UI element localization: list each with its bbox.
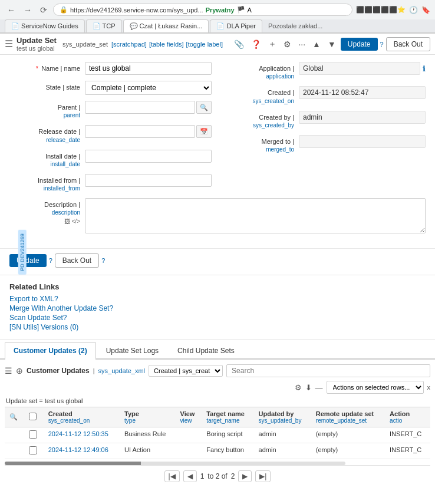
table-container: ☰ ⊕ Customer Updates | sys_update_xml Cr… (0, 360, 435, 492)
created-by-label: Created by | sys_created_by (223, 111, 294, 129)
installed-from-input[interactable] (85, 174, 212, 187)
update-button-bottom[interactable]: Update (9, 254, 47, 267)
form-two-col: * Name | name State | state Complete | c… (9, 62, 426, 198)
tab-dla-piper[interactable]: 📄 DLA Piper (210, 19, 262, 32)
settings-icon[interactable]: ⚙ (295, 383, 302, 392)
breadcrumb-scratchpad[interactable]: [scratchpad] (111, 41, 147, 48)
translate-icon: A (248, 6, 252, 14)
export-xml-link[interactable]: Export to XML? (9, 295, 426, 303)
bookmark-icon: 🔖 (421, 6, 430, 14)
search-input[interactable] (226, 364, 430, 377)
page-current: 1 (200, 472, 205, 480)
download-icon[interactable]: ⬇ (305, 383, 312, 392)
back-out-button-bottom[interactable]: Back Out (55, 253, 99, 268)
row2-view (176, 443, 202, 459)
col-target-name: Target name target_name (202, 407, 253, 427)
reload-button[interactable]: ⟳ (38, 4, 50, 16)
col-created: Created sys_created_on (44, 407, 120, 427)
last-page-button[interactable]: ▶| (255, 470, 271, 482)
more-icon[interactable]: ··· (296, 38, 308, 50)
activity-icon[interactable]: ⚙ (281, 38, 294, 50)
next-page-button[interactable]: ▶ (238, 470, 252, 482)
tab-servicenow-guides[interactable]: 📄 ServiceNow Guides (5, 19, 85, 32)
row2-select-checkbox[interactable] (29, 446, 37, 454)
description-textarea[interactable] (85, 198, 426, 233)
minus-icon[interactable]: — (315, 383, 323, 392)
release-date-calendar-btn[interactable]: 📅 (196, 125, 212, 138)
state-select[interactable]: Complete | complete (85, 81, 212, 95)
tab-customer-updates[interactable]: Customer Updates (2) (5, 342, 96, 360)
row2-created-link[interactable]: 2024-11-12 12:49:06 (48, 446, 108, 453)
parent-row: Parent | parent 🔍 (9, 101, 212, 119)
side-label: PD DEV241269 (18, 230, 27, 275)
tab-czat[interactable]: 💬 Czat | Łukasz Rasin... (123, 19, 209, 32)
breadcrumb-table-fields[interactable]: [table fields] (149, 41, 184, 48)
parent-input[interactable] (85, 101, 195, 114)
prev-page-button[interactable]: ◀ (183, 470, 197, 482)
merged-to-row: Merged to | merged_to (223, 135, 426, 153)
list-icon[interactable]: ☰ (5, 366, 12, 375)
help-link-backout[interactable]: ? (101, 257, 105, 264)
tab-tcp[interactable]: 📄 TCP (86, 19, 122, 32)
update-button-top[interactable]: Update (341, 38, 378, 51)
breadcrumb-toggle-label[interactable]: [toggle label] (186, 41, 223, 48)
page-title-block: Update Set test us global (17, 36, 57, 52)
table-title: Customer Updates (27, 367, 90, 375)
row2-expand (5, 443, 24, 459)
application-field-link[interactable]: application (266, 73, 294, 80)
created-row: Created | sys_created_on 2024-11-12 08:5… (223, 86, 426, 104)
back-out-button-top[interactable]: Back Out (386, 37, 430, 51)
tab-more[interactable]: Pozostałe zakład... (263, 20, 327, 32)
actions-dropdown[interactable]: Actions on selected rows... (327, 381, 424, 394)
install-date-input[interactable] (85, 150, 212, 163)
first-page-button[interactable]: |◀ (164, 470, 180, 482)
form-left: * Name | name State | state Complete | c… (9, 62, 212, 198)
sn-utils-versions-link[interactable]: [SN Utils] Versions (0) (9, 323, 426, 331)
name-row: * Name | name (9, 62, 212, 75)
name-input-container (85, 62, 212, 75)
up-icon[interactable]: ▲ (310, 38, 323, 50)
help-icon[interactable]: ❓ (249, 38, 263, 50)
related-links-title: Related Links (9, 282, 426, 291)
actions-close-icon[interactable]: x (427, 384, 431, 391)
release-date-input[interactable] (85, 125, 195, 138)
down-icon[interactable]: ▼ (325, 38, 338, 50)
forward-button[interactable]: → (21, 4, 34, 16)
plus-icon[interactable]: ＋ (266, 38, 279, 51)
clock-icon: 🕐 (409, 6, 418, 14)
state-label: State | state (9, 81, 80, 91)
row1-select-checkbox[interactable] (29, 430, 37, 439)
merged-to-field-link[interactable]: merged_to (266, 146, 294, 153)
install-date-label: Install date | install_date (9, 150, 80, 168)
row2-action: INSERT_C (385, 443, 430, 459)
divider-1 (0, 275, 435, 275)
scan-update-set-link[interactable]: Scan Update Set? (9, 314, 426, 322)
row2-updated-by: admin (254, 443, 311, 459)
installed-from-input-container (85, 174, 212, 187)
help-link-update[interactable]: ? (49, 257, 52, 264)
address-bar[interactable]: 🔒 https://dev241269.service-now.com/sys_… (53, 4, 352, 16)
update-set-label: Update set = test us global (5, 397, 430, 404)
table-header-row: 🔍 Created sys_created_on Type type View … (5, 407, 430, 427)
page-total: 2 (231, 472, 235, 480)
filter-dropdown[interactable]: Created | sys_creat (149, 365, 223, 377)
table-toolbar: ☰ ⊕ Customer Updates | sys_update_xml Cr… (5, 364, 430, 377)
help-question-top[interactable]: ? (380, 41, 384, 48)
row1-created-link[interactable]: 2024-11-12 12:50:35 (48, 430, 108, 437)
pagination: |◀ ◀ 1 to 2 of 2 ▶ ▶| (5, 465, 430, 487)
state-select-container: Complete | complete (85, 81, 212, 95)
parent-search-btn[interactable]: 🔍 (196, 101, 212, 114)
tab-child-update-sets[interactable]: Child Update Sets (169, 342, 243, 358)
hamburger-button[interactable]: ☰ (5, 38, 13, 50)
select-all-checkbox[interactable] (29, 413, 37, 420)
merged-to-label: Merged to | merged_to (223, 135, 294, 153)
merge-update-set-link[interactable]: Merge With Another Update Set? (9, 304, 426, 312)
name-input[interactable] (85, 62, 212, 75)
browser-nav: ← → ⟳ 🔒 https://dev241269.service-now.co… (0, 0, 435, 19)
filter-icon[interactable]: ⊕ (16, 366, 23, 375)
info-icon[interactable]: ℹ (423, 64, 426, 73)
table-search-icon[interactable]: 🔍 (9, 413, 18, 420)
paperclip-icon[interactable]: 📎 (232, 38, 246, 50)
tab-update-set-logs[interactable]: Update Set Logs (97, 342, 167, 358)
back-button[interactable]: ← (5, 4, 18, 16)
